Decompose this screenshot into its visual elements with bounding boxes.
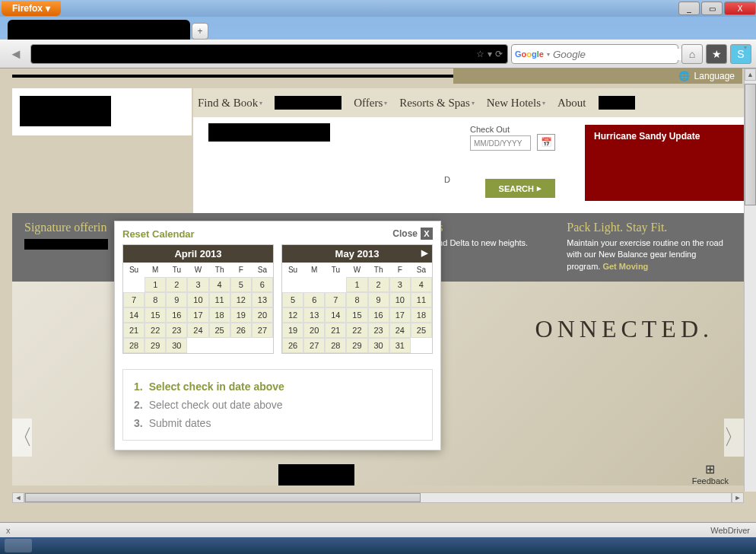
calendar-day[interactable]: 30 [166,338,187,353]
calendar-day[interactable]: 24 [187,323,208,338]
calendar-day[interactable]: 15 [346,307,367,323]
calendar-day[interactable]: 1 [346,277,367,292]
reset-calendar-link[interactable]: Reset Calendar [122,228,195,240]
calendar-day[interactable]: 14 [325,307,346,323]
calendar-day[interactable]: 4 [411,277,432,292]
calendar-day[interactable]: 2 [166,277,187,292]
calendar-day[interactable]: 20 [252,307,273,323]
calendar-day[interactable]: 28 [123,338,145,353]
nav-new-hotels[interactable]: New Hotels▾ [487,97,545,110]
bookmarks-button[interactable]: ★ [706,44,727,64]
calendar-day[interactable]: 4 [209,277,230,292]
tabs-overflow-icon[interactable]: ▾ [744,44,747,51]
taskbar[interactable] [0,537,756,554]
search-button[interactable]: SEARCH▸ [485,179,555,198]
calendar-day[interactable]: 10 [187,292,208,307]
calendar-day[interactable]: 13 [303,307,325,323]
nav-find-book[interactable]: Find & Book▾ [198,97,262,110]
calendar-day[interactable]: 3 [389,277,411,292]
minimize-button[interactable]: _ [678,2,700,15]
calendar-day[interactable]: 18 [411,307,432,323]
feedback-button[interactable]: ⊞ Feedback [692,462,729,486]
close-calendar-button[interactable]: CloseX [392,228,433,240]
calendar-day[interactable]: 6 [252,277,273,292]
start-button[interactable] [5,539,32,552]
scroll-thumb[interactable] [745,84,756,205]
browser-tab[interactable] [8,20,190,40]
calendar-day[interactable]: 19 [282,323,303,338]
calendar-day[interactable]: 8 [346,292,367,307]
info-link[interactable]: Get Moving [602,262,648,271]
calendar-day[interactable]: 5 [230,277,252,292]
calendar-day[interactable]: 29 [145,338,166,353]
search-input[interactable] [553,49,682,60]
nav-offers[interactable]: Offers▾ [354,97,387,110]
calendar-day[interactable]: 17 [187,307,208,323]
calendar-day[interactable]: 12 [230,292,252,307]
calendar-day[interactable]: 9 [368,292,389,307]
calendar-day[interactable]: 5 [282,292,303,307]
calendar-day[interactable]: 18 [209,307,230,323]
firefox-menu-button[interactable]: Firefox▾ [2,1,61,16]
calendar-day[interactable]: 15 [145,307,166,323]
scroll-up-button[interactable]: ▲ [745,68,756,81]
calendar-day[interactable]: 19 [230,307,252,323]
vertical-scrollbar[interactable]: ▲ [744,68,756,492]
calendar-day[interactable]: 20 [303,323,325,338]
back-button[interactable]: ◄ [5,43,27,65]
dropdown-icon[interactable]: ▾ [547,51,550,58]
skype-icon[interactable]: S [730,44,751,64]
horizontal-scrollbar[interactable]: ◄ ► [12,492,744,504]
calendar-day[interactable]: 26 [230,323,252,338]
calendar-day[interactable]: 11 [209,292,230,307]
carousel-prev-button[interactable]: 〈 [12,419,32,457]
calendar-day[interactable]: 23 [166,323,187,338]
close-button[interactable]: X [724,2,756,15]
calendar-day[interactable]: 1 [145,277,166,292]
calendar-day[interactable]: 28 [325,338,346,353]
calendar-day[interactable]: 29 [346,338,367,353]
calendar-day[interactable]: 16 [166,307,187,323]
calendar-day[interactable]: 2 [368,277,389,292]
calendar-day[interactable]: 30 [368,338,389,353]
reload-icon[interactable]: ⟳ [495,49,503,59]
calendar-day[interactable]: 31 [389,338,411,353]
home-button[interactable]: ⌂ [681,44,703,64]
checkout-input[interactable] [470,135,531,151]
nav-resorts[interactable]: Resorts & Spas▾ [399,97,475,110]
new-tab-button[interactable]: + [192,23,208,40]
calendar-day[interactable]: 25 [411,323,432,338]
calendar-day[interactable]: 11 [411,292,432,307]
calendar-day[interactable]: 10 [389,292,411,307]
calendar-day[interactable]: 21 [325,323,346,338]
calendar-icon[interactable]: 📅 [537,134,555,151]
calendar-day[interactable]: 9 [166,292,187,307]
language-link[interactable]: Language [694,71,735,81]
calendar-day[interactable]: 12 [282,307,303,323]
calendar-day[interactable]: 25 [209,323,230,338]
calendar-day[interactable]: 22 [145,323,166,338]
calendar-day[interactable]: 21 [123,323,145,338]
scroll-thumb[interactable] [25,493,421,502]
scroll-track[interactable] [24,492,732,503]
scroll-right-button[interactable]: ► [732,492,744,503]
calendar-day[interactable]: 13 [252,292,273,307]
calendar-day[interactable]: 8 [145,292,166,307]
calendar-day[interactable]: 6 [303,292,325,307]
calendar-day[interactable]: 22 [346,323,367,338]
calendar-day[interactable]: 17 [389,307,411,323]
calendar-day[interactable]: 23 [368,323,389,338]
next-month-button[interactable]: ▶ [421,248,427,258]
status-close-icon[interactable]: x [6,526,11,535]
calendar-day[interactable]: 3 [187,277,208,292]
alert-box[interactable]: Hurricane Sandy Update [585,125,745,201]
calendar-day[interactable]: 7 [325,292,346,307]
calendar-day[interactable]: 7 [123,292,145,307]
url-bar[interactable]: ☆ ▾ ⟳ [30,44,508,64]
carousel-next-button[interactable]: 〉 [724,419,744,457]
scroll-left-button[interactable]: ◄ [12,492,24,503]
star-icon[interactable]: ☆ [476,49,484,59]
search-bar[interactable]: Google ▾ 🔍 [511,44,678,64]
calendar-day[interactable]: 24 [389,323,411,338]
dropdown-icon[interactable]: ▾ [488,49,492,59]
